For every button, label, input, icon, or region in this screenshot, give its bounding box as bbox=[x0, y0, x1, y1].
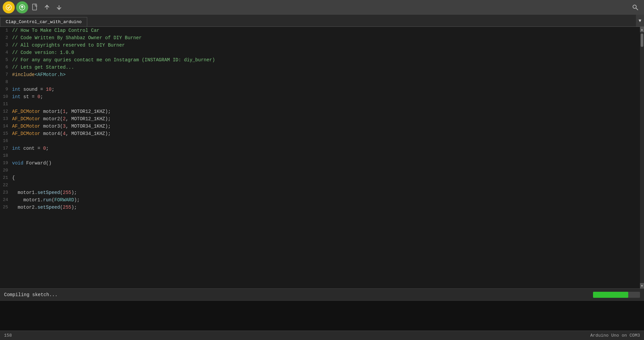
code-token: AF_DCMotor bbox=[12, 116, 40, 122]
save-button[interactable] bbox=[54, 2, 64, 13]
code-token: 255 bbox=[63, 190, 71, 195]
code-token: ); bbox=[74, 197, 80, 203]
line-code: AF_DCMotor motor2(2, MOTOR12_1KHZ); bbox=[11, 115, 640, 123]
line-code: int sound = 10; bbox=[11, 86, 640, 93]
line-number: 23 bbox=[0, 189, 11, 196]
scrollbar-right[interactable]: ▲ ▼ bbox=[640, 27, 644, 288]
line-number: 1 bbox=[0, 27, 11, 34]
upload-button[interactable] bbox=[16, 1, 28, 13]
code-token: ( bbox=[52, 197, 54, 203]
code-token: FORWARD bbox=[54, 197, 74, 203]
line-number: 14 bbox=[0, 123, 11, 130]
code-token: <AFMotor.h> bbox=[35, 72, 65, 77]
code-token: 1 bbox=[63, 109, 65, 114]
code-token: setSpeed bbox=[38, 190, 60, 195]
table-row: 19void Forward() bbox=[0, 159, 640, 167]
line-number: 18 bbox=[0, 152, 11, 159]
line-number: 15 bbox=[0, 130, 11, 137]
code-token: ; bbox=[46, 146, 49, 151]
table-row: 2// Code Written By Shahbaz Owner of DIY… bbox=[0, 34, 640, 42]
search-button[interactable] bbox=[629, 1, 641, 13]
table-row: 7#include<AFMotor.h> bbox=[0, 71, 640, 78]
table-row: 21{ bbox=[0, 174, 640, 182]
open-button[interactable] bbox=[42, 2, 52, 13]
code-token: motor3( bbox=[40, 124, 63, 129]
verify-button[interactable] bbox=[3, 1, 15, 13]
code-token: int bbox=[12, 87, 20, 92]
line-number: 17 bbox=[0, 145, 11, 152]
output-area bbox=[0, 300, 644, 331]
line-number: 4 bbox=[0, 49, 11, 56]
line-number: 13 bbox=[0, 115, 11, 123]
line-code bbox=[11, 152, 640, 159]
line-number: 25 bbox=[0, 204, 11, 211]
table-row: 23 motor1.setSpeed(255); bbox=[0, 189, 640, 196]
code-token: motor2. bbox=[12, 205, 38, 210]
code-token: ( bbox=[60, 190, 63, 195]
line-number: 3 bbox=[0, 42, 11, 49]
line-number: 9 bbox=[0, 86, 11, 93]
table-row: 5// For any any quries contact me on Ins… bbox=[0, 56, 640, 64]
code-token: run bbox=[43, 197, 51, 203]
table-row: 3// All copyrights reserved to DIY Burne… bbox=[0, 42, 640, 49]
table-row: 22 bbox=[0, 182, 640, 189]
table-row: 15AF_DCMotor motor4(4, MOTOR34_1KHZ); bbox=[0, 130, 640, 137]
code-token: motor1( bbox=[40, 109, 63, 114]
tab-dropdown[interactable]: ▼ bbox=[636, 15, 644, 26]
tab-clap-control[interactable]: Clap_Control_car_with_arduino bbox=[0, 17, 87, 26]
svg-rect-3 bbox=[33, 4, 37, 10]
line-code: // Code Written By Shahbaz Owner of DIY … bbox=[11, 34, 640, 42]
table-row: 12AF_DCMotor motor1(1, MOTOR12_1KHZ); bbox=[0, 108, 640, 115]
line-code bbox=[11, 78, 640, 86]
scroll-thumb[interactable] bbox=[641, 33, 643, 47]
scroll-down-arrow[interactable]: ▼ bbox=[640, 283, 644, 288]
compile-status-text: Compiling sketch... bbox=[4, 292, 58, 297]
new-button[interactable] bbox=[30, 2, 40, 13]
scroll-up-arrow[interactable]: ▲ bbox=[640, 27, 644, 32]
line-number: 16 bbox=[0, 137, 11, 145]
svg-point-0 bbox=[6, 5, 11, 10]
table-row: 18 bbox=[0, 152, 640, 159]
code-token: // Lets get Started... bbox=[12, 65, 74, 70]
table-row: 13AF_DCMotor motor2(2, MOTOR12_1KHZ); bbox=[0, 115, 640, 123]
code-token: , MOTOR34_1KHZ); bbox=[66, 124, 111, 129]
code-token: sound = bbox=[20, 87, 46, 92]
code-token: cont = bbox=[20, 146, 43, 151]
status-line-count: 158 bbox=[4, 333, 12, 338]
line-code: AF_DCMotor motor1(1, MOTOR12_1KHZ); bbox=[11, 108, 640, 115]
code-token: // How To Make Clap Control Car bbox=[12, 28, 99, 33]
line-code: motor1.setSpeed(255); bbox=[11, 189, 640, 196]
table-row: 20 bbox=[0, 167, 640, 174]
code-content[interactable]: 1// How To Make Clap Control Car2// Code… bbox=[0, 27, 640, 288]
code-token: AF_DCMotor bbox=[12, 131, 40, 136]
code-token: { bbox=[12, 175, 15, 181]
code-token: ( bbox=[60, 205, 63, 210]
svg-point-6 bbox=[633, 5, 636, 8]
code-token: ; bbox=[40, 94, 43, 99]
code-token: Forward() bbox=[23, 160, 52, 166]
table-row: 25 motor2.setSpeed(255); bbox=[0, 204, 640, 211]
table-row: 4// Code version: 1.0.0 bbox=[0, 49, 640, 56]
code-token: motor1. bbox=[12, 190, 38, 195]
table-row: 10int st = 0; bbox=[0, 93, 640, 100]
code-token: 3 bbox=[63, 124, 65, 129]
code-token: 255 bbox=[63, 205, 71, 210]
line-number: 12 bbox=[0, 108, 11, 115]
line-number: 11 bbox=[0, 100, 11, 108]
progress-bar-container bbox=[593, 292, 640, 298]
compile-bar: Compiling sketch... bbox=[0, 288, 644, 300]
line-code: void Forward() bbox=[11, 159, 640, 167]
code-token: st = bbox=[20, 94, 37, 99]
table-row: 8 bbox=[0, 78, 640, 86]
line-number: 21 bbox=[0, 174, 11, 182]
line-code: // Code version: 1.0.0 bbox=[11, 49, 640, 56]
code-token: ); bbox=[71, 205, 77, 210]
progress-bar-fill bbox=[593, 292, 628, 298]
code-token: ); bbox=[71, 190, 77, 195]
code-token: motor4( bbox=[40, 131, 63, 136]
line-code: #include<AFMotor.h> bbox=[11, 71, 640, 78]
code-token: motor2( bbox=[40, 116, 63, 122]
code-token: ; bbox=[52, 87, 54, 92]
table-row: 24 motor1.run(FORWARD); bbox=[0, 196, 640, 204]
line-code bbox=[11, 100, 640, 108]
